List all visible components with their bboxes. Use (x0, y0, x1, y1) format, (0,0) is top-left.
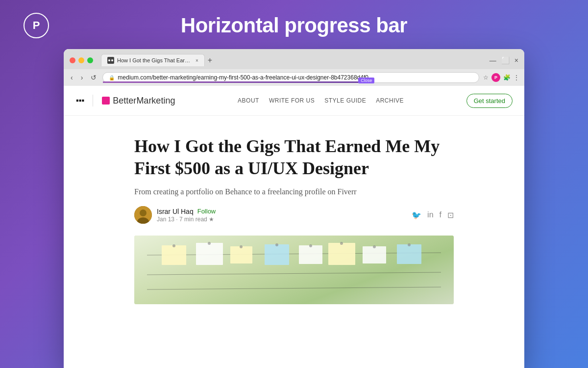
svg-point-1 (140, 210, 147, 216)
svg-line-5 (147, 287, 441, 289)
extension-icon[interactable]: 🧩 (503, 74, 511, 81)
refresh-button[interactable]: ↺ (89, 73, 98, 82)
minimize-button[interactable]: — (490, 56, 496, 64)
svg-line-4 (147, 272, 441, 275)
article-container: How I Got the Gigs That Earned Me My Fir… (122, 116, 466, 314)
address-bar-actions: ☆ P 🧩 ⋮ (483, 73, 519, 82)
article-meta: Israr Ul Haq Follow Jan 13 · 7 min read … (134, 206, 454, 224)
nav-archive[interactable]: ARCHIVE (376, 97, 404, 104)
pub-label: BetterMarketing (113, 96, 175, 106)
svg-point-17 (275, 243, 278, 246)
tab-favicon (107, 57, 114, 64)
browser-window: How I Got the Gigs That Earned ... × + —… (64, 49, 524, 368)
page-title: Horizontal progress bar (181, 14, 407, 37)
tab-label: How I Got the Gigs That Earned ... (117, 57, 191, 63)
svg-point-14 (172, 244, 175, 247)
social-icons: 🐦 in f ⊡ (412, 210, 454, 220)
close-button[interactable]: × (514, 56, 518, 64)
svg-rect-10 (299, 245, 322, 264)
avatar-image (134, 206, 152, 224)
pub-icon (102, 97, 110, 105)
svg-point-20 (373, 245, 376, 248)
maximize-window-button[interactable] (87, 57, 93, 63)
article-title: How I Got the Gigs That Earned Me My Fir… (134, 135, 454, 180)
twitter-icon[interactable]: 🐦 (412, 210, 421, 220)
author-name-row: Israr Ul Haq Follow (157, 208, 216, 215)
author-name: Israr Ul Haq (157, 208, 194, 215)
nav-style-guide[interactable]: STYLE GUIDE (324, 97, 366, 104)
article-date: Jan 13 · 7 min read ★ (157, 216, 216, 223)
browser-tab[interactable]: How I Got the Gigs That Earned ... × (101, 54, 205, 66)
tab-bar: How I Got the Gigs That Earned ... × + (101, 54, 486, 66)
bookmark-icon[interactable]: ⊡ (447, 210, 454, 220)
svg-rect-11 (328, 243, 355, 265)
page-header: P Horizontal progress bar (0, 0, 588, 49)
facebook-icon[interactable]: f (440, 210, 441, 219)
close-window-button[interactable] (70, 57, 75, 63)
address-bar[interactable]: 🔒 medium.com/better-marketing/earning-my… (102, 72, 479, 83)
traffic-lights (70, 57, 93, 63)
svg-rect-6 (162, 245, 186, 265)
svg-point-18 (309, 244, 312, 247)
author-info: Israr Ul Haq Follow Jan 13 · 7 min read … (157, 208, 216, 223)
close-progress-label[interactable]: Close (358, 78, 374, 83)
address-bar-row: ‹ › ↺ 🔒 medium.com/better-marketing/earn… (64, 69, 524, 86)
svg-point-19 (340, 242, 343, 245)
tab-close-button[interactable]: × (196, 58, 198, 63)
follow-button[interactable]: Follow (197, 208, 216, 215)
profile-icon[interactable]: P (491, 73, 500, 82)
svg-rect-8 (230, 246, 252, 263)
medium-logo: ··· BetterMarketing (75, 93, 175, 108)
minimize-window-button[interactable] (78, 57, 84, 63)
url-text: medium.com/better-marketing/earning-my-f… (118, 74, 473, 81)
lock-icon: 🔒 (109, 75, 115, 80)
forward-button[interactable]: › (79, 73, 85, 82)
svg-rect-9 (265, 244, 289, 265)
svg-point-15 (208, 242, 211, 245)
reading-progress-bar: Close (103, 81, 373, 83)
svg-point-21 (408, 243, 411, 246)
article-subtitle: From creating a portfolio on Behance to … (134, 187, 454, 196)
medium-nav: ABOUT WRITE FOR US STYLE GUIDE ARCHIVE (238, 97, 404, 104)
menu-icon[interactable]: ⋮ (514, 74, 519, 81)
browser-chrome: How I Got the Gigs That Earned ... × + —… (64, 49, 524, 86)
medium-logo-icon[interactable]: ··· (75, 93, 84, 108)
nav-about[interactable]: ABOUT (238, 97, 259, 104)
get-started-button[interactable]: Get started (466, 94, 513, 108)
svg-rect-7 (196, 243, 223, 265)
medium-header: ··· BetterMarketing ABOUT WRITE FOR US S… (64, 86, 524, 116)
article-hero-image (134, 236, 454, 304)
back-button[interactable]: ‹ (69, 73, 75, 82)
author-avatar (134, 206, 152, 224)
new-tab-button[interactable]: + (205, 56, 215, 65)
svg-rect-13 (397, 244, 421, 264)
logo-icon: P (24, 13, 49, 38)
linkedin-icon[interactable]: in (427, 210, 433, 219)
nav-write-for-us[interactable]: WRITE FOR US (269, 97, 315, 104)
browser-content: ··· BetterMarketing ABOUT WRITE FOR US S… (64, 86, 524, 368)
window-controls: — ⬜ × (490, 56, 518, 64)
svg-rect-12 (363, 246, 386, 263)
svg-point-16 (240, 245, 243, 248)
publication-name: BetterMarketing (102, 96, 175, 106)
browser-titlebar: How I Got the Gigs That Earned ... × + —… (64, 49, 524, 69)
restore-button[interactable]: ⬜ (501, 56, 510, 64)
bookmark-star-icon[interactable]: ☆ (483, 74, 489, 81)
